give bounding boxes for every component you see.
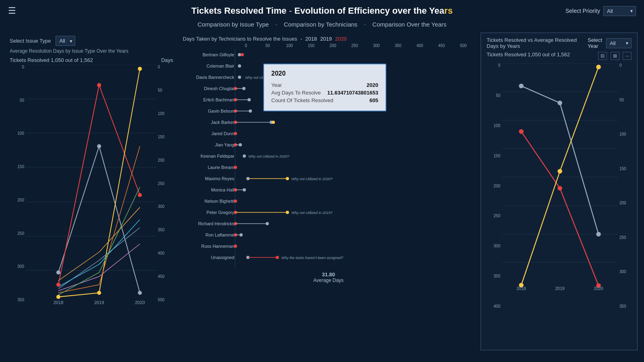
svg-text:Davis Bannercheck: Davis Bannercheck — [196, 75, 234, 80]
tooltip-avgdays-val: 11.634710743801653 — [327, 90, 378, 96]
svg-text:2020: 2020 — [135, 300, 145, 305]
main-layout: Select Issue Type All Average Resolution… — [0, 33, 644, 350]
title-highlight: rs — [444, 6, 453, 16]
hamburger-icon[interactable]: ☰ — [8, 6, 16, 16]
svg-point-87 — [276, 256, 279, 259]
mid-title-text: Days Taken by Technicians to Resolve the… — [183, 36, 297, 42]
priority-select-wrapper[interactable]: All High Medium Low — [603, 6, 636, 16]
svg-text:2019: 2019 — [94, 300, 104, 305]
svg-point-23 — [238, 53, 241, 56]
svg-point-33 — [242, 87, 246, 90]
svg-text:Why not Utilized in 2019?: Why not Utilized in 2019? — [291, 211, 332, 215]
svg-text:Monica Hall: Monica Hall — [211, 187, 234, 192]
x-axis-top: 0 50 100 150 200 250 300 350 400 450 500 — [235, 43, 474, 48]
tooltip-year-row: Year 2020 — [271, 82, 378, 88]
svg-text:Erlich Bachman: Erlich Bachman — [203, 97, 234, 102]
svg-point-24 — [241, 53, 244, 56]
svg-point-99 — [557, 101, 562, 105]
svg-text:Why not Utilized in 2020?: Why not Utilized in 2020? — [291, 177, 332, 181]
avg-days-label: Average Days — [183, 278, 474, 283]
tab-technicians[interactable]: Comparison by Technicians — [282, 20, 359, 29]
svg-point-100 — [596, 232, 601, 237]
svg-text:Why the tasks haven't been ass: Why the tasks haven't been assigned? — [281, 256, 343, 260]
left-panel: Select Issue Type All Average Resolution… — [5, 33, 178, 350]
svg-point-37 — [248, 98, 251, 101]
svg-text:Coleman Blair: Coleman Blair — [206, 64, 234, 68]
svg-text:2018: 2018 — [516, 286, 526, 291]
main-title: Tickets Resolved Time - Evolution of Eff… — [191, 6, 452, 16]
tab-issue-type[interactable]: Comparison by Issue Type — [196, 20, 270, 29]
issue-type-select[interactable]: All — [56, 36, 75, 46]
year-2020-label[interactable]: 2020 — [335, 36, 347, 42]
svg-text:2018: 2018 — [54, 300, 64, 305]
title-dash: - — [287, 6, 295, 16]
avg-days-display: 31.80 Average Days — [183, 272, 474, 283]
svg-text:Bertram Gilfoyle: Bertram Gilfoyle — [202, 52, 234, 57]
tooltip-year-key: Year — [271, 82, 282, 88]
right-subtitle: Tickets Resolved 1,050 out of 1,562 — [487, 51, 570, 58]
tooltip-count-val: 605 — [369, 97, 378, 103]
svg-point-83 — [234, 245, 237, 248]
priority-select[interactable]: All High Medium Low — [603, 6, 636, 16]
svg-point-46 — [272, 121, 275, 124]
right-year-label: Select Year — [588, 37, 604, 49]
more-button[interactable]: ··· — [623, 52, 632, 60]
right-panel-controls: Select Year All 2018 2019 2020 — [588, 37, 632, 49]
tooltip: 2020 Year 2020 Avg Days To Resolve 11.63… — [263, 64, 386, 111]
svg-point-11 — [56, 283, 60, 287]
issue-type-select-wrapper[interactable]: All — [56, 36, 75, 46]
svg-point-10 — [138, 291, 142, 295]
tab-years[interactable]: Comparison Over the Years — [371, 20, 448, 29]
svg-point-57 — [234, 166, 237, 169]
tooltip-avgdays-key: Avg Days To Resolve — [271, 90, 321, 96]
expand-button[interactable]: ⊞ — [611, 52, 619, 60]
right-year-select-wrapper[interactable]: All 2018 2019 2020 — [606, 38, 632, 48]
tech-chart: Bertram Gilfoyle Coleman Blair Davis Ban… — [183, 49, 474, 283]
year-2018-label[interactable]: 2018 — [305, 36, 317, 42]
svg-point-41 — [249, 109, 252, 113]
svg-point-102 — [557, 186, 562, 191]
svg-text:Jared Dunn: Jared Dunn — [211, 131, 234, 136]
left-chart-header: Tickets Resolved 1,050 out of 1,562 Days — [10, 57, 173, 63]
svg-point-48 — [234, 132, 237, 135]
svg-text:Unassigned: Unassigned — [211, 255, 234, 260]
right-icon-buttons: ⊟ ⊞ ··· — [597, 52, 632, 60]
right-year-select[interactable]: All 2018 2019 2020 — [606, 38, 632, 48]
tooltip-count-key: Count Of Tickets Resolved — [271, 97, 333, 103]
svg-text:Keenan Feldspar: Keenan Feldspar — [200, 154, 234, 158]
right-panel-title: Tickets Resolved vs Average Resolved Day… — [487, 37, 588, 49]
svg-text:2019: 2019 — [555, 286, 565, 291]
nav-sep-2: - — [364, 21, 366, 28]
left-chart-svg: 2018 2019 2020 — [26, 65, 156, 305]
svg-point-101 — [519, 129, 524, 134]
mid-panel: Days Taken by Technicians to Resolve the… — [178, 33, 479, 350]
svg-point-68 — [234, 200, 237, 203]
right-y-axis-right: 350300250200150100500 — [618, 63, 632, 309]
right-panel-header: Tickets Resolved vs Average Resolved Day… — [487, 37, 632, 49]
issue-type-label: Select Issue Type — [10, 38, 51, 44]
svg-text:Why not Utilized in 2020?: Why not Utilized in 2020? — [248, 154, 289, 158]
svg-point-81 — [239, 233, 243, 237]
svg-point-98 — [519, 84, 524, 88]
right-panel: Tickets Resolved vs Average Resolved Day… — [481, 33, 638, 350]
filter-button[interactable]: ⊟ — [598, 52, 607, 60]
svg-point-15 — [97, 291, 101, 295]
svg-point-52 — [239, 143, 242, 146]
svg-text:Richard Hendricks: Richard Hendricks — [198, 221, 234, 226]
svg-point-72 — [286, 211, 289, 214]
svg-point-61 — [286, 177, 289, 180]
tooltip-title: 2020 — [271, 70, 378, 77]
year-2019-label[interactable]: 2019 — [320, 36, 332, 42]
svg-point-28 — [238, 76, 241, 79]
priority-label: Select Priority — [566, 8, 600, 14]
svg-point-105 — [557, 169, 562, 174]
issue-type-control: Select Issue Type All — [10, 36, 173, 46]
svg-point-14 — [56, 295, 60, 299]
tooltip-year-val: 2020 — [367, 82, 378, 88]
right-subtitle-bar: Tickets Resolved 1,050 out of 1,562 ⊟ ⊞ … — [487, 51, 632, 60]
title-part1: Tickets Resolved Time — [191, 6, 286, 16]
svg-text:Ron Laflamme: Ron Laflamme — [205, 232, 234, 237]
left-subtitle: Average Resolution Days by Issue Type Ov… — [10, 48, 173, 54]
y-axis-left: 350300250200150100500 — [10, 65, 26, 302]
svg-text:Gavin Belson: Gavin Belson — [208, 109, 234, 113]
